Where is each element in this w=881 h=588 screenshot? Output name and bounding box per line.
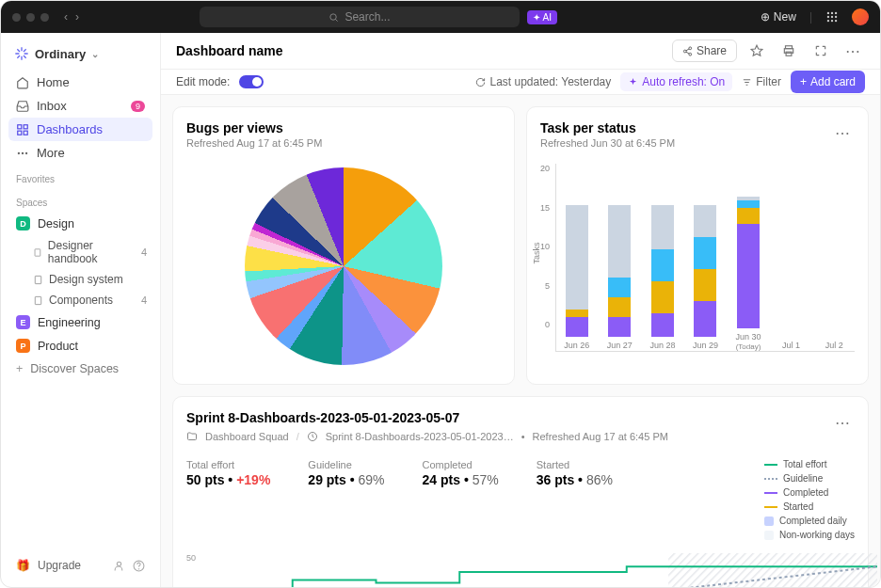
bar-column: Jun 28 bbox=[648, 205, 678, 351]
print-icon bbox=[782, 44, 795, 57]
card-sprint: Sprint 8-Dashboards-2023-05-01-2023-05-0… bbox=[172, 396, 869, 587]
space-icon: E bbox=[16, 315, 30, 329]
card-title: Bugs per views bbox=[186, 120, 322, 135]
sprint-path[interactable]: Sprint 8-Dashboards-2023-05-01-2023… bbox=[326, 431, 514, 442]
space-subitem[interactable]: Design system bbox=[8, 269, 152, 290]
search-placeholder: Search... bbox=[344, 10, 390, 24]
add-card-button[interactable]: + Add card bbox=[791, 71, 865, 93]
close-dot[interactable] bbox=[12, 13, 21, 22]
user-icon[interactable] bbox=[113, 560, 125, 572]
titlebar: ‹ › Search... ✦ AI ⊕ New | bbox=[1, 1, 880, 33]
share-button[interactable]: Share bbox=[672, 40, 737, 62]
new-button[interactable]: ⊕ New bbox=[761, 10, 796, 24]
metric-total: Total effort 50 pts • +19% bbox=[186, 459, 270, 540]
more-button[interactable]: ⋯ bbox=[841, 39, 865, 63]
bar-segment bbox=[651, 281, 674, 313]
chevron-down-icon: ⌄ bbox=[91, 49, 99, 59]
svg-point-9 bbox=[831, 20, 833, 22]
svg-line-36 bbox=[686, 52, 689, 54]
expand-icon bbox=[814, 44, 827, 57]
help-icon[interactable] bbox=[133, 560, 145, 572]
y-tick: 0 bbox=[545, 320, 550, 329]
upgrade-link[interactable]: Upgrade bbox=[38, 559, 81, 572]
svg-rect-28 bbox=[35, 296, 40, 304]
bar-column: Jun 30(Today) bbox=[733, 197, 763, 352]
svg-rect-19 bbox=[18, 124, 22, 128]
avatar[interactable] bbox=[852, 8, 869, 25]
svg-point-25 bbox=[26, 152, 27, 153]
share-icon bbox=[682, 46, 693, 56]
search-input[interactable]: Search... ✦ AI bbox=[200, 7, 520, 27]
nav-more[interactable]: More bbox=[8, 141, 152, 165]
bar-segment bbox=[566, 310, 588, 318]
svg-line-16 bbox=[24, 56, 26, 58]
bar-segment bbox=[608, 278, 631, 297]
bar-segment bbox=[651, 249, 674, 281]
space-item[interactable]: DDesign bbox=[8, 212, 152, 235]
filter-button[interactable]: Filter bbox=[742, 75, 781, 88]
svg-point-32 bbox=[689, 46, 692, 49]
svg-point-34 bbox=[689, 53, 692, 56]
card-menu-button[interactable]: ⋯ bbox=[830, 410, 855, 435]
spaces-heading: Spaces bbox=[8, 188, 152, 212]
nav-home[interactable]: Home bbox=[8, 71, 152, 94]
page-header: Dashboard name Share ⋯ bbox=[161, 33, 880, 70]
card-menu-button[interactable]: ⋯ bbox=[830, 120, 855, 145]
sprint-icon bbox=[307, 431, 318, 442]
inbox-badge: 9 bbox=[131, 101, 145, 112]
bar-chart: Tasks 20151050 Jun 26Jun 27Jun 28Jun 29J… bbox=[540, 164, 855, 352]
space-item[interactable]: EEngineering bbox=[8, 310, 152, 334]
back-icon[interactable]: ‹ bbox=[64, 10, 68, 24]
max-dot[interactable] bbox=[40, 13, 49, 22]
bar-segment bbox=[694, 301, 716, 337]
y-axis-label: Tasks bbox=[532, 243, 541, 264]
svg-point-24 bbox=[18, 152, 19, 153]
bar-column: Jun 29 bbox=[691, 205, 721, 351]
dashboard-icon bbox=[16, 123, 29, 136]
space-subitem[interactable]: Components4 bbox=[8, 290, 152, 310]
discover-spaces[interactable]: + Discover Spaces bbox=[8, 358, 152, 380]
x-tick: Jun 29 bbox=[693, 341, 718, 351]
squad-name[interactable]: Dashboard Squad bbox=[205, 431, 289, 442]
x-tick: Jul 1 bbox=[782, 341, 800, 351]
doc-icon bbox=[33, 295, 43, 306]
expand-button[interactable] bbox=[809, 39, 833, 63]
space-subitem[interactable]: Designer handbook4 bbox=[8, 235, 152, 269]
bar-segment bbox=[694, 269, 716, 301]
space-icon: P bbox=[16, 339, 30, 353]
favorite-button[interactable] bbox=[745, 39, 769, 63]
window-controls bbox=[12, 13, 49, 22]
space-icon: D bbox=[16, 216, 30, 230]
svg-rect-20 bbox=[24, 124, 27, 128]
x-tick: Jul 2 bbox=[825, 341, 843, 351]
space-item[interactable]: PProduct bbox=[8, 334, 152, 358]
toolbar: Edit mode: Last updated: Yesterday Auto … bbox=[161, 70, 880, 95]
edit-mode-toggle[interactable] bbox=[239, 75, 264, 88]
forward-icon[interactable]: › bbox=[75, 10, 79, 24]
nav-inbox[interactable]: Inbox 9 bbox=[8, 94, 152, 118]
svg-marker-37 bbox=[751, 45, 762, 56]
pie-chart bbox=[245, 167, 442, 365]
workspace-switcher[interactable]: Ordinary ⌄ bbox=[8, 42, 152, 71]
star-icon bbox=[750, 44, 763, 57]
svg-point-33 bbox=[683, 50, 686, 53]
search-icon bbox=[328, 12, 339, 23]
card-subtitle: Refreshed Jun 30 at 6:45 PM bbox=[540, 137, 675, 149]
last-updated[interactable]: Last updated: Yesterday bbox=[475, 75, 611, 88]
brand-icon bbox=[14, 46, 29, 61]
print-button[interactable] bbox=[777, 39, 801, 63]
svg-point-2 bbox=[827, 12, 829, 14]
edit-mode-label: Edit mode: bbox=[176, 75, 230, 88]
nav-dashboards[interactable]: Dashboards bbox=[8, 118, 152, 141]
bar-segment bbox=[651, 313, 674, 338]
doc-icon bbox=[33, 247, 42, 258]
apps-icon[interactable] bbox=[825, 10, 839, 24]
svg-line-15 bbox=[17, 49, 20, 52]
svg-point-4 bbox=[835, 12, 837, 14]
ai-badge[interactable]: ✦ AI bbox=[527, 10, 557, 24]
bar-segment bbox=[737, 208, 760, 224]
auto-refresh-toggle[interactable]: Auto refresh: On bbox=[620, 72, 732, 91]
min-dot[interactable] bbox=[26, 13, 35, 22]
svg-line-35 bbox=[686, 48, 689, 50]
card-title: Task per status bbox=[540, 120, 675, 135]
